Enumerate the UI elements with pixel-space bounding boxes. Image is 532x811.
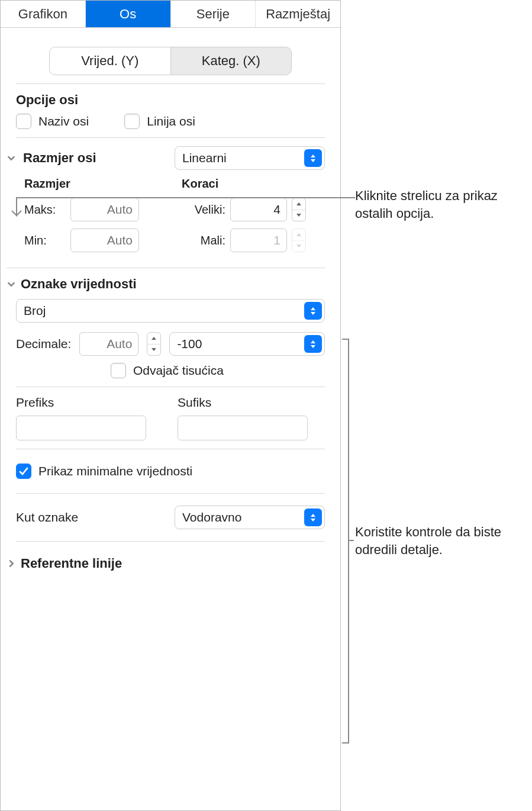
negative-format-value: -100 bbox=[177, 337, 202, 351]
axis-scale-value: Linearni bbox=[182, 151, 227, 165]
chevron-right-icon[interactable] bbox=[7, 559, 16, 568]
callout-connector-1 bbox=[5, 193, 354, 219]
axis-scale-heading: Razmjer osi bbox=[23, 150, 96, 166]
prefix-label: Prefiks bbox=[16, 395, 163, 410]
tab-os[interactable]: Os bbox=[86, 1, 171, 27]
label-angle-label: Kut oznake bbox=[16, 510, 78, 524]
small-label: Mali: bbox=[182, 234, 225, 247]
decimals-label: Decimale: bbox=[16, 337, 71, 351]
checkbox-thousands-sep[interactable] bbox=[111, 363, 126, 378]
label-axis-name: Naziv osi bbox=[38, 114, 89, 128]
label-thousands-sep: Odvajač tisućica bbox=[133, 363, 224, 378]
chevron-down-icon[interactable] bbox=[7, 153, 16, 163]
scale-subheading: Razmjer bbox=[24, 177, 167, 191]
axis-scale-select[interactable]: Linearni bbox=[175, 146, 325, 170]
axis-options-heading: Opcije osi bbox=[16, 92, 325, 108]
label-angle-value: Vodoravno bbox=[182, 510, 241, 524]
callout-bracket bbox=[342, 339, 349, 744]
small-input[interactable] bbox=[230, 229, 287, 252]
seg-value-y[interactable]: Vrijed. (Y) bbox=[50, 47, 171, 75]
label-show-min: Prikaz minimalne vrijednosti bbox=[38, 464, 192, 478]
tab-serije[interactable]: Serije bbox=[171, 1, 256, 27]
top-tabs: Grafikon Os Serije Razmještaj bbox=[1, 1, 340, 28]
value-format-select[interactable]: Broj bbox=[16, 299, 325, 323]
checkbox-show-min[interactable] bbox=[16, 464, 31, 479]
callout-text-2: Koristite kontrole da biste odredili det… bbox=[355, 523, 527, 558]
checkbox-axis-name[interactable] bbox=[16, 114, 31, 129]
suffix-label: Sufiks bbox=[178, 395, 325, 410]
min-input[interactable] bbox=[70, 229, 139, 252]
label-angle-select[interactable]: Vodoravno bbox=[175, 506, 325, 529]
axis-segmented-control: Vrijed. (Y) Kateg. (X) bbox=[49, 47, 292, 75]
checkbox-axis-line[interactable] bbox=[124, 114, 140, 129]
callout-connector-2 bbox=[349, 540, 354, 541]
label-axis-line: Linija osi bbox=[147, 114, 195, 128]
updown-arrows-icon bbox=[304, 149, 322, 167]
negative-format-select[interactable]: -100 bbox=[169, 332, 325, 356]
updown-arrows-icon bbox=[304, 302, 322, 320]
value-format-value: Broj bbox=[24, 304, 46, 318]
suffix-input[interactable] bbox=[178, 416, 308, 440]
steps-subheading: Koraci bbox=[182, 177, 325, 191]
reference-lines-heading: Referentne linije bbox=[21, 556, 122, 571]
tab-grafikon[interactable]: Grafikon bbox=[1, 1, 86, 27]
seg-category-x[interactable]: Kateg. (X) bbox=[171, 47, 292, 75]
inspector-panel: Grafikon Os Serije Razmještaj Vrijed. (Y… bbox=[0, 0, 341, 811]
decimals-input[interactable] bbox=[79, 332, 138, 356]
updown-arrows-icon bbox=[304, 335, 322, 353]
min-label: Min: bbox=[24, 234, 66, 247]
small-stepper bbox=[292, 229, 306, 252]
tab-razmjestaj[interactable]: Razmještaj bbox=[256, 1, 340, 27]
updown-arrows-icon bbox=[304, 509, 322, 526]
prefix-input[interactable] bbox=[16, 416, 146, 440]
value-labels-heading: Oznake vrijednosti bbox=[21, 276, 137, 292]
chevron-down-icon[interactable] bbox=[7, 279, 16, 289]
callout-text-1: Kliknite strelicu za prikaz ostalih opci… bbox=[355, 187, 527, 222]
decimals-stepper[interactable] bbox=[147, 332, 161, 356]
